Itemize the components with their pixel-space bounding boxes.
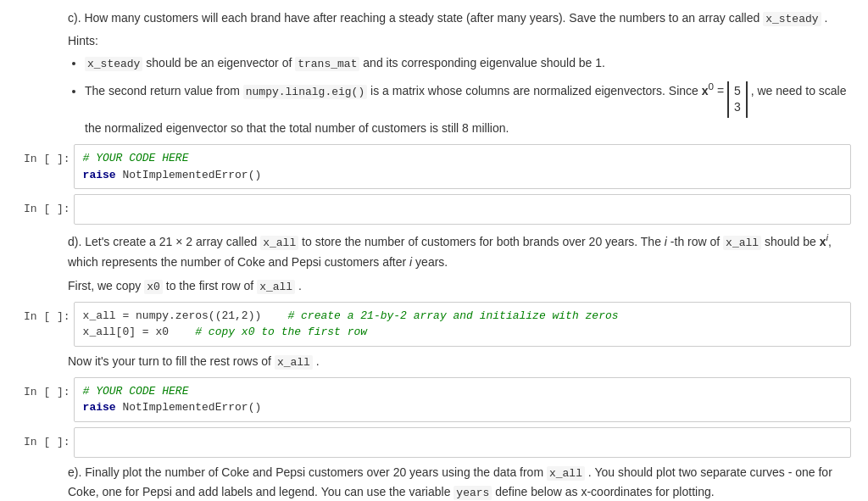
i-italic-3: i bbox=[409, 255, 412, 269]
cell-d-empty: In [ ]: bbox=[17, 427, 851, 458]
cell-c-empty-label: In [ ]: bbox=[17, 194, 74, 225]
content-area: c). How many customers will each brand h… bbox=[0, 0, 868, 501]
cell-c-line1: # YOUR CODE HERE bbox=[83, 150, 842, 167]
comment-d1: # create a 21-by-2 array and initialize … bbox=[287, 309, 618, 322]
cell-d-empty-input[interactable] bbox=[74, 427, 851, 458]
hint-list: x_steady should be an eigenvector of tra… bbox=[85, 53, 851, 139]
code-x-steady-2: x_steady bbox=[85, 57, 142, 71]
code-x-all-1: x_all bbox=[260, 236, 298, 250]
text-d-p2: First, we copy x0 to the first row of x_… bbox=[68, 276, 851, 297]
cell-c-input[interactable]: # YOUR CODE HERE raise NotImplementedErr… bbox=[74, 144, 851, 189]
cell-c-empty: In [ ]: bbox=[17, 194, 851, 225]
cell-d-pre-input[interactable]: x_all = numpy.zeros((21,2)) # create a 2… bbox=[74, 302, 851, 347]
i-italic-1: i bbox=[665, 235, 667, 248]
cell-c-line2: raise NotImplementedError() bbox=[83, 167, 842, 184]
raise-keyword-1: raise bbox=[83, 169, 116, 181]
cell-d-pre-label: In [ ]: bbox=[17, 302, 74, 347]
code-x-all-5: x_all bbox=[547, 466, 585, 481]
cell-d-empty-label: In [ ]: bbox=[17, 427, 74, 458]
x0-sup: 0 bbox=[709, 81, 714, 92]
matrix-vals: 5 3 bbox=[727, 81, 748, 118]
hints-label: Hints: bbox=[68, 34, 851, 47]
cell-c-empty-input[interactable] bbox=[74, 194, 851, 225]
matrix-val-5: 5 bbox=[734, 83, 741, 100]
text-d-p1: d). Let's create a 21 × 2 array called x… bbox=[68, 230, 851, 271]
comment-2: # YOUR CODE HERE bbox=[83, 385, 189, 398]
comment-1: # YOUR CODE HERE bbox=[83, 152, 189, 164]
cell-d-line1: x_all = numpy.zeros((21,2)) # create a 2… bbox=[83, 308, 842, 325]
cell-c-label: In [ ]: bbox=[17, 144, 74, 189]
matrix-bracket: 5 3 bbox=[727, 81, 748, 118]
code-x-steady-1: x_steady bbox=[763, 12, 821, 26]
cell-d-code-input[interactable]: # YOUR CODE HERE raise NotImplementedErr… bbox=[74, 377, 851, 422]
cell-d-line2: x_all[0] = x0 # copy x0 to the first row bbox=[83, 324, 842, 341]
cell-c-code: In [ ]: # YOUR CODE HERE raise NotImplem… bbox=[17, 144, 851, 189]
hint-item-1: x_steady should be an eigenvector of tra… bbox=[85, 53, 851, 74]
cell-d-code-label: In [ ]: bbox=[17, 377, 74, 422]
cell-d-code: In [ ]: # YOUR CODE HERE raise NotImplem… bbox=[17, 377, 851, 422]
x0-bold: x bbox=[702, 84, 709, 97]
code-years: years bbox=[453, 486, 492, 500]
comment-d2: # copy x0 to the first row bbox=[195, 326, 367, 338]
hint-item-2: The second return value from numpy.linal… bbox=[85, 77, 851, 139]
text-d-turn: Now it's your turn to fill the rest rows… bbox=[68, 352, 851, 372]
matrix-val-3: 3 bbox=[734, 99, 741, 116]
code-trans-mat: trans_mat bbox=[295, 57, 359, 71]
cell-d-code-line2: raise NotImplementedError() bbox=[83, 399, 842, 416]
code-linalg: numpy.linalg.eig() bbox=[243, 85, 367, 99]
page: c). How many customers will each brand h… bbox=[0, 0, 868, 501]
raise-keyword-2: raise bbox=[83, 401, 116, 414]
code-x-all-3: x_all bbox=[257, 280, 295, 294]
text-c: c). How many customers will each brand h… bbox=[68, 8, 851, 29]
cell-d-prefilled: In [ ]: x_all = numpy.zeros((21,2)) # cr… bbox=[17, 302, 851, 347]
xi-sup: i bbox=[826, 231, 828, 242]
text-e: e). Finally plot the number of Coke and … bbox=[68, 463, 851, 501]
i-italic-2: i bbox=[826, 231, 828, 242]
code-x-all-2: x_all bbox=[723, 236, 761, 250]
cell-d-code-line1: # YOUR CODE HERE bbox=[83, 383, 842, 400]
code-x-all-4: x_all bbox=[275, 355, 313, 370]
code-x0-1: x0 bbox=[144, 280, 163, 294]
